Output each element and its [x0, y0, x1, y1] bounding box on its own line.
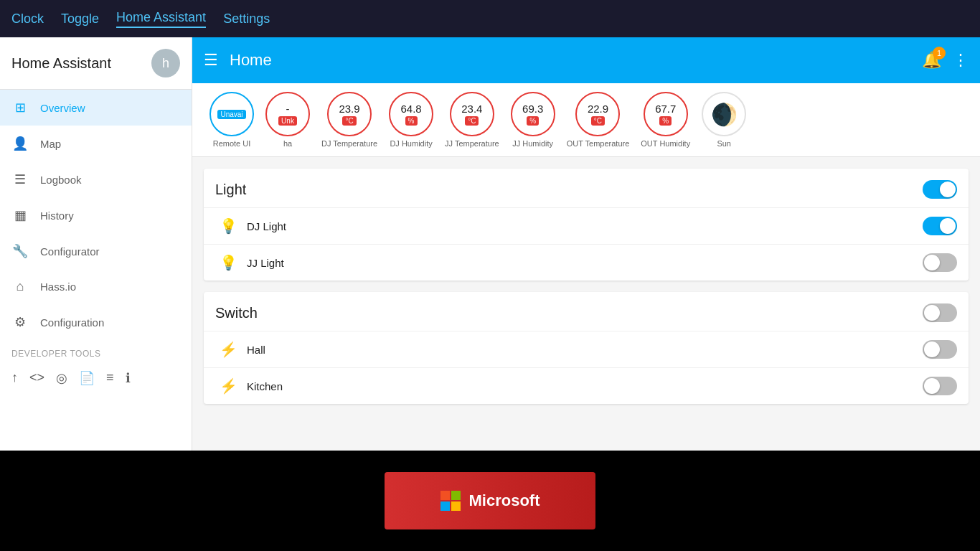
light-card: Light 💡 DJ Light: [204, 169, 969, 281]
cards-area: Light 💡 DJ Light: [192, 157, 980, 451]
sensor-label-jj-temp: JJ Temperature: [445, 139, 499, 148]
jj-light-label: JJ Light: [241, 257, 923, 269]
sidebar-item-overview[interactable]: ⊞ Overview: [0, 90, 192, 126]
sensor-circle-dj-temp: 23.9 °C: [327, 92, 372, 136]
sensor-label-dj-temp: DJ Temperature: [321, 139, 377, 148]
dj-light-row: 💡 DJ Light: [204, 207, 969, 244]
sensor-dj-humidity[interactable]: 64.8 % DJ Humidity: [389, 92, 433, 148]
bottom-ad-area: Microsoft: [0, 451, 980, 551]
sensor-circle-out-humidity: 67.7 %: [644, 92, 688, 136]
notif-button[interactable]: 🔔 1: [922, 51, 941, 70]
sensor-circle-sun: 🌒: [702, 92, 746, 136]
sensor-circle-jj-humidity: 69.3 %: [511, 92, 555, 136]
nav-toggle[interactable]: Toggle: [61, 11, 99, 27]
ms-logo: [440, 491, 461, 511]
sensor-label-out-temp: OUT Temperature: [567, 139, 630, 148]
sensor-dj-temp[interactable]: 23.9 °C DJ Temperature: [321, 92, 377, 148]
dev-tools-row: ↑ <> ◎ 📄 ≡ ℹ: [0, 364, 192, 397]
switch-card: Switch ⚡ Hall: [204, 292, 969, 404]
configuration-icon: ⚙: [11, 314, 29, 330]
overview-icon: ⊞: [11, 100, 29, 116]
dj-light-toggle[interactable]: [923, 217, 957, 235]
sidebar-item-history[interactable]: ▦ History: [0, 197, 192, 233]
hamburger-icon[interactable]: ☰: [204, 51, 218, 70]
sidebar-item-hassio[interactable]: ⌂ Hass.io: [0, 269, 192, 304]
sidebar-item-label: Logbook: [40, 174, 82, 186]
sensor-ha[interactable]: - Unk ha: [265, 92, 310, 148]
switch-card-title: Switch: [215, 305, 258, 321]
page-title: Home: [230, 51, 910, 70]
dev-tool-file-icon[interactable]: 📄: [79, 370, 95, 386]
sidebar-item-map[interactable]: 👤 Map: [0, 126, 192, 161]
dev-tool-wifi-icon[interactable]: ◎: [56, 370, 67, 386]
sensor-label-sun: Sun: [717, 139, 731, 148]
sidebar-item-label: Hass.io: [40, 281, 76, 293]
ad-banner[interactable]: Microsoft: [385, 472, 595, 529]
sidebar-header: Home Assistant h: [0, 37, 192, 90]
configurator-icon: 🔧: [11, 243, 29, 259]
sensor-remote-ui[interactable]: Unavai Remote UI: [209, 92, 254, 148]
sensor-label-ha: ha: [283, 139, 292, 148]
sidebar-item-label: Configurator: [40, 245, 100, 258]
bulb-on-icon: 💡: [215, 217, 241, 235]
kitchen-label: Kitchen: [241, 380, 923, 392]
dev-tool-upload-icon[interactable]: ↑: [11, 370, 18, 386]
sidebar-item-configurator[interactable]: 🔧 Configurator: [0, 233, 192, 269]
ad-text: Microsoft: [469, 491, 540, 510]
nav-home-assistant[interactable]: Home Assistant: [116, 10, 206, 28]
sensor-circle-remote-ui: Unavai: [209, 92, 254, 136]
sensor-label-out-humidity: OUT Humidity: [641, 139, 690, 148]
kitchen-row: ⚡ Kitchen: [204, 367, 969, 404]
dev-tool-list-icon[interactable]: ≡: [106, 370, 114, 386]
dev-tool-info-icon[interactable]: ℹ: [126, 370, 131, 386]
sensor-label-remote-ui: Remote UI: [213, 139, 251, 148]
sensor-circle-dj-humidity: 64.8 %: [389, 92, 433, 136]
sidebar-item-label: Configuration: [40, 316, 104, 329]
more-options-icon[interactable]: ⋮: [953, 51, 969, 70]
sensor-row: Unavai Remote UI - Unk ha 23.9 °C DJ Tem…: [192, 83, 980, 157]
hall-toggle[interactable]: [923, 340, 957, 359]
sensor-circle-jj-temp: 23.4 °C: [450, 92, 494, 136]
map-icon: 👤: [11, 136, 29, 151]
bulb-off-icon: 💡: [215, 254, 241, 271]
jj-light-row: 💡 JJ Light: [204, 244, 969, 281]
hall-label: Hall: [241, 344, 923, 356]
developer-tools-label: Developer tools: [0, 340, 192, 364]
notif-badge: 1: [933, 47, 946, 60]
nav-clock[interactable]: Clock: [11, 11, 44, 27]
light-card-title: Light: [215, 182, 246, 198]
sidebar-item-label: Map: [40, 138, 61, 150]
sensor-out-temp[interactable]: 22.9 °C OUT Temperature: [567, 92, 630, 148]
sidebar-item-label: Overview: [40, 102, 85, 114]
sensor-circle-ha: - Unk: [265, 92, 310, 136]
flash-icon: ⚡: [215, 341, 241, 358]
logbook-icon: ☰: [11, 171, 29, 187]
history-icon: ▦: [11, 207, 29, 223]
jj-light-toggle[interactable]: [923, 253, 957, 272]
sensor-circle-out-temp: 22.9 °C: [575, 92, 620, 136]
dj-light-label: DJ Light: [241, 220, 923, 232]
sensor-label-dj-humidity: DJ Humidity: [390, 139, 432, 148]
hall-row: ⚡ Hall: [204, 331, 969, 367]
nav-settings[interactable]: Settings: [223, 11, 270, 27]
hassio-icon: ⌂: [11, 279, 29, 294]
light-card-toggle[interactable]: [923, 180, 957, 199]
sensor-jj-humidity[interactable]: 69.3 % JJ Humidity: [511, 92, 555, 148]
sidebar-app-title: Home Assistant: [11, 55, 111, 72]
dev-tool-code-icon[interactable]: <>: [29, 370, 44, 386]
sidebar-item-logbook[interactable]: ☰ Logbook: [0, 161, 192, 197]
sidebar-nav: ⊞ Overview 👤 Map ☰ Logbook ▦ History 🔧 C…: [0, 90, 192, 451]
sensor-sun[interactable]: 🌒 Sun: [702, 92, 746, 148]
sidebar: Home Assistant h ⊞ Overview 👤 Map ☰ Logb…: [0, 37, 192, 451]
sensor-jj-temp[interactable]: 23.4 °C JJ Temperature: [445, 92, 499, 148]
sidebar-item-configuration[interactable]: ⚙ Configuration: [0, 304, 192, 340]
kitchen-toggle[interactable]: [923, 377, 957, 395]
header-bar: ☰ Home 🔔 1 ⋮: [192, 37, 980, 83]
sensor-label-jj-humidity: JJ Humidity: [512, 139, 553, 148]
avatar: h: [151, 49, 180, 77]
sidebar-item-label: History: [40, 209, 74, 222]
switch-card-toggle[interactable]: [923, 303, 957, 322]
sensor-out-humidity[interactable]: 67.7 % OUT Humidity: [641, 92, 690, 148]
content-area: ☰ Home 🔔 1 ⋮ Unavai Remote UI - Unk: [192, 37, 980, 451]
flash-kitchen-icon: ⚡: [215, 377, 241, 395]
